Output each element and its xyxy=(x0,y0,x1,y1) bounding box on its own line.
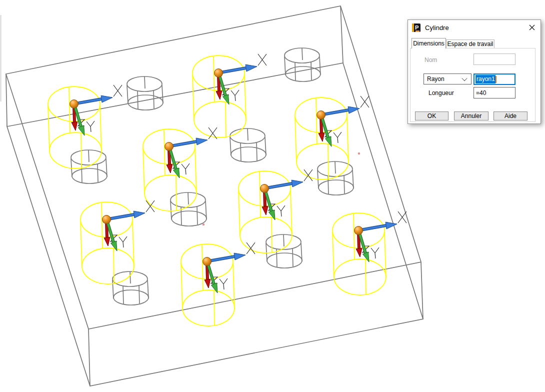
origin-ball[interactable] xyxy=(70,100,78,108)
x-axis-label xyxy=(114,85,122,96)
origin-ball[interactable] xyxy=(260,184,269,193)
tab-panel: Nom Rayon rayon1 Longueur =40 OK Annuler… xyxy=(410,48,536,122)
origin-ball[interactable] xyxy=(165,142,174,151)
hole-ring[interactable] xyxy=(318,162,354,195)
y-axis-label xyxy=(231,90,239,101)
origin-ball[interactable] xyxy=(354,226,363,235)
y-axis-label xyxy=(220,278,228,290)
chevron-down-icon xyxy=(462,76,467,81)
x-axis-label xyxy=(398,212,406,223)
icon-gold-stripe xyxy=(412,24,414,32)
placement-triad[interactable] xyxy=(70,85,122,136)
placement-triad[interactable] xyxy=(102,200,155,251)
ok-button[interactable]: OK xyxy=(415,112,448,120)
annuler-button[interactable]: Annuler xyxy=(454,112,488,120)
y-axis-label xyxy=(371,248,379,258)
close-icon xyxy=(529,24,535,30)
aide-button[interactable]: Aide xyxy=(494,112,528,120)
base-plate[interactable] xyxy=(6,6,423,386)
nom-input[interactable] xyxy=(474,54,516,65)
nom-label: Nom xyxy=(424,56,437,64)
placement-triad[interactable] xyxy=(260,170,313,220)
y-axis-label xyxy=(86,121,94,132)
tab-dimensions[interactable]: Dimensions xyxy=(412,38,446,48)
hole-ring[interactable] xyxy=(284,48,320,82)
application-window: P Cylindre Dimensions Espace de travail … xyxy=(0,0,545,392)
origin-ball[interactable] xyxy=(203,258,212,266)
cylindre-dialog: P Cylindre Dimensions Espace de travail … xyxy=(408,20,541,124)
text-caret xyxy=(496,76,496,83)
y-axis-label xyxy=(182,164,190,174)
placement-triad[interactable] xyxy=(203,242,256,293)
icon-letter: P xyxy=(415,24,418,31)
placement-triad[interactable] xyxy=(165,128,218,178)
longueur-input[interactable]: =40 xyxy=(474,87,516,98)
dialog-titlebar[interactable]: P Cylindre xyxy=(408,20,540,35)
placement-triad[interactable] xyxy=(354,212,407,262)
longueur-input-value: =40 xyxy=(476,90,486,96)
sketch-point-mark xyxy=(202,224,204,226)
hole-ring[interactable] xyxy=(127,76,163,110)
dialog-title: Cylindre xyxy=(425,24,449,32)
y-axis-label xyxy=(119,236,127,248)
param-select[interactable]: Rayon xyxy=(424,74,472,84)
selected-text: rayon1 xyxy=(476,75,496,84)
param-select-value: Rayon xyxy=(427,76,444,82)
y-axis-label xyxy=(334,132,342,143)
origin-ball[interactable] xyxy=(214,69,223,78)
hole-ring[interactable] xyxy=(71,150,107,184)
tab-espace-de-travail[interactable]: Espace de travail xyxy=(446,40,494,48)
origin-ball[interactable] xyxy=(102,216,111,224)
origin-ball[interactable] xyxy=(317,111,326,120)
sketch-point-mark xyxy=(358,152,360,154)
longueur-label: Longueur xyxy=(428,90,454,96)
x-axis-label xyxy=(360,96,369,108)
x-axis-label xyxy=(258,54,266,66)
close-button[interactable] xyxy=(526,22,538,33)
param-value-input[interactable]: rayon1 xyxy=(474,74,516,85)
inventor-app-icon: P xyxy=(412,24,420,32)
hole-ring[interactable] xyxy=(112,272,148,305)
y-axis-label xyxy=(277,206,285,216)
